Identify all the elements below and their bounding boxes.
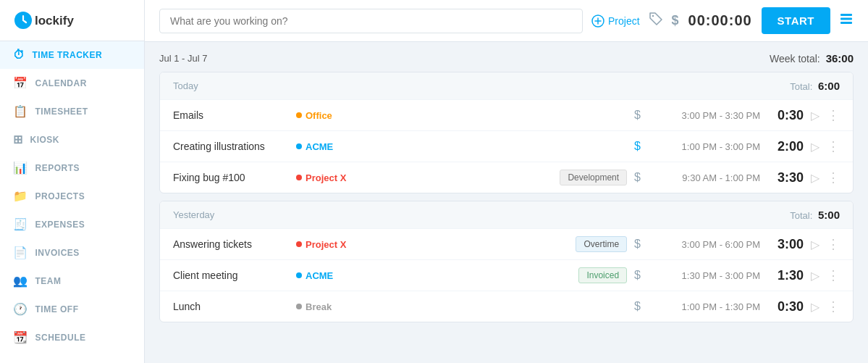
sidebar-item-invoices[interactable]: 📄 INVOICES	[0, 238, 144, 267]
time-range: 1:00 PM - 1:30 PM	[648, 301, 760, 312]
duration: 0:30	[767, 299, 804, 314]
billable-icon[interactable]: $	[634, 269, 641, 282]
date-range: Jul 1 - Jul 7	[159, 53, 207, 64]
today-group: Today Total: 6:00 Emails Office $ 3:00 P…	[159, 72, 854, 193]
yesterday-group-header: Yesterday Total: 5:00	[160, 201, 853, 228]
development-tag: Development	[560, 170, 627, 185]
time-range: 1:30 PM - 3:00 PM	[648, 270, 760, 281]
more-menu-button[interactable]: ⋮	[827, 299, 840, 314]
sidebar-item-timesheet[interactable]: 📋 TIMESHEET	[0, 97, 144, 125]
play-button[interactable]: ▷	[811, 109, 819, 122]
task-input[interactable]	[159, 9, 583, 33]
entry-project[interactable]: Office	[296, 110, 332, 121]
more-menu-button[interactable]: ⋮	[827, 267, 840, 283]
play-button[interactable]: ▷	[811, 238, 819, 251]
timesheet-icon: 📋	[13, 104, 28, 118]
start-button[interactable]: START	[762, 7, 830, 34]
plus-circle-icon	[591, 14, 604, 28]
svg-rect-8	[840, 22, 852, 24]
billable-icon[interactable]: $	[634, 238, 641, 251]
more-menu-button[interactable]: ⋮	[827, 170, 840, 185]
sidebar-item-schedule[interactable]: 📆 SCHEDULE	[0, 323, 144, 351]
project-name: Project X	[306, 239, 346, 250]
schedule-icon: 📆	[13, 330, 28, 344]
duration: 3:00	[767, 237, 804, 252]
project-dot	[296, 175, 302, 180]
entry-description: Fixing bug #100	[173, 172, 289, 183]
main-content: Project $ 00:00:00 START Jul 1 - Jul 7 W…	[145, 0, 868, 363]
time-range: 3:00 PM - 3:30 PM	[648, 110, 760, 121]
entry-project[interactable]: Project X	[296, 172, 346, 183]
timer-display: 00:00:00	[688, 12, 753, 29]
sidebar-item-time-off[interactable]: 🕐 TIME OFF	[0, 295, 144, 323]
svg-rect-6	[840, 14, 852, 16]
table-row: Creating illustrations ACME $ 1:00 PM - …	[160, 130, 853, 162]
content-area: Jul 1 - Jul 7 Week total: 36:00 Today To…	[145, 42, 868, 363]
billable-icon[interactable]: $	[634, 109, 641, 122]
more-menu-button[interactable]: ⋮	[827, 138, 840, 154]
billable-dollar-icon[interactable]: $	[672, 13, 679, 28]
sidebar-item-expenses[interactable]: 🧾 EXPENSES	[0, 210, 144, 238]
duration: 2:00	[767, 139, 804, 154]
table-row: Client meeting ACME Invoiced $ 1:30 PM -…	[160, 259, 853, 291]
logo[interactable]: lockify	[0, 0, 144, 41]
more-menu-button[interactable]: ⋮	[827, 107, 840, 123]
list-mode-icon[interactable]	[839, 12, 854, 30]
project-name: Project X	[306, 172, 346, 183]
entry-description: Client meeting	[173, 270, 289, 281]
invoiced-tag: Invoiced	[578, 267, 627, 283]
today-total: Total: 6:00	[790, 80, 840, 92]
entry-description: Lunch	[173, 301, 289, 312]
kiosk-icon: ⊞	[13, 133, 23, 146]
yesterday-group: Yesterday Total: 5:00 Answering tickets …	[159, 201, 854, 322]
time-off-icon: 🕐	[13, 302, 28, 316]
time-range: 1:00 PM - 3:00 PM	[648, 141, 760, 152]
time-range: 3:00 PM - 6:00 PM	[648, 239, 760, 250]
billable-icon[interactable]: $	[634, 140, 641, 153]
sidebar-item-reports[interactable]: 📊 REPORTS	[0, 154, 144, 182]
time-tracker-icon: ⏱	[13, 49, 25, 62]
sidebar-item-projects[interactable]: 📁 PROJECTS	[0, 182, 144, 210]
expenses-icon: 🧾	[13, 217, 28, 231]
entry-project[interactable]: ACME	[296, 270, 333, 281]
clockify-logo: lockify	[13, 10, 93, 30]
billable-icon[interactable]: $	[634, 300, 641, 313]
sidebar-item-time-tracker[interactable]: ⏱ TIME TRACKER	[0, 41, 144, 69]
entry-project[interactable]: Break	[296, 301, 332, 312]
duration: 1:30	[767, 268, 804, 283]
play-button[interactable]: ▷	[811, 300, 819, 314]
entry-project[interactable]: ACME	[296, 141, 333, 152]
svg-point-5	[652, 15, 653, 17]
calendar-icon: 📅	[13, 76, 28, 90]
week-total: Week total: 36:00	[770, 52, 854, 64]
project-dot	[296, 241, 302, 247]
table-row: Fixing bug #100 Project X Development $ …	[160, 162, 853, 193]
entry-project[interactable]: Project X	[296, 239, 346, 250]
add-project-button[interactable]: Project	[591, 14, 640, 28]
entry-description: Answering tickets	[173, 238, 289, 250]
table-row: Lunch Break $ 1:00 PM - 1:30 PM 0:30 ▷ ⋮	[160, 291, 853, 322]
project-name: ACME	[306, 141, 333, 152]
sidebar-item-team[interactable]: 👥 TEAM	[0, 267, 144, 295]
sidebar-item-calendar[interactable]: 📅 CALENDAR	[0, 69, 144, 97]
week-total-value: 36:00	[826, 52, 854, 64]
entry-description: Creating illustrations	[173, 141, 289, 152]
svg-text:lockify: lockify	[35, 14, 74, 28]
more-menu-button[interactable]: ⋮	[827, 236, 840, 252]
sidebar: lockify ⏱ TIME TRACKER 📅 CALENDAR 📋 TIME…	[0, 0, 145, 363]
sidebar-nav: ⏱ TIME TRACKER 📅 CALENDAR 📋 TIMESHEET ⊞ …	[0, 41, 144, 363]
billable-icon[interactable]: $	[634, 171, 641, 184]
tag-icon[interactable]	[649, 12, 663, 30]
topbar: Project $ 00:00:00 START	[145, 0, 868, 42]
project-dot	[296, 304, 302, 309]
today-group-header: Today Total: 6:00	[160, 72, 853, 99]
sidebar-item-kiosk[interactable]: ⊞ KIOSK	[0, 125, 144, 154]
play-button[interactable]: ▷	[811, 140, 819, 154]
reports-icon: 📊	[13, 161, 28, 175]
duration: 0:30	[767, 108, 804, 123]
date-bar: Jul 1 - Jul 7 Week total: 36:00	[159, 52, 854, 64]
time-range: 9:30 AM - 1:00 PM	[648, 172, 760, 183]
play-button[interactable]: ▷	[811, 171, 819, 185]
play-button[interactable]: ▷	[811, 269, 819, 283]
project-name: Break	[306, 301, 332, 312]
